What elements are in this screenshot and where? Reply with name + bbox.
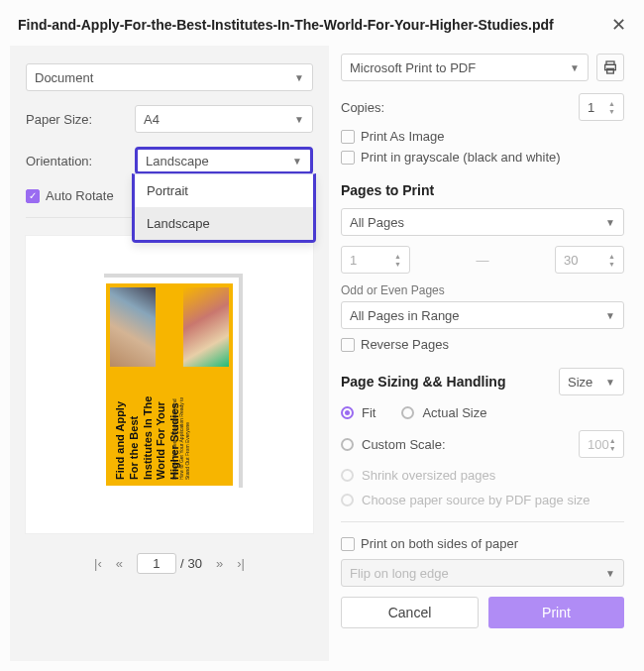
orientation-select[interactable]: Landscape ▼ [135, 147, 313, 174]
reverse-pages-checkbox[interactable] [341, 338, 355, 352]
odd-even-value: All Pages in Range [350, 308, 460, 323]
last-page-icon[interactable]: ›| [237, 556, 245, 571]
orientation-label: Orientation: [26, 154, 135, 168]
next-page-icon[interactable]: » [216, 556, 223, 571]
fit-label: Fit [362, 405, 376, 420]
paper-size-select[interactable]: A4 ▼ [135, 105, 313, 133]
close-icon[interactable]: ✕ [611, 14, 626, 36]
custom-scale-input[interactable]: 100 ▲▼ [579, 430, 624, 458]
page-sep: / [180, 556, 184, 571]
range-to-input[interactable]: 30 ▲▼ [555, 246, 624, 274]
odd-even-select[interactable]: All Pages in Range ▼ [341, 301, 624, 329]
page-range-select[interactable]: All Pages ▼ [341, 208, 624, 236]
page-range-value: All Pages [350, 215, 404, 230]
current-page-input[interactable]: 1 [137, 553, 176, 574]
page-sizing-header: Page Sizing && Handling [341, 374, 505, 390]
cancel-button[interactable]: Cancel [341, 597, 479, 628]
doc-subtitle: Discover The Best Opportunities and How … [171, 394, 191, 480]
chevron-down-icon: ▼ [294, 72, 304, 83]
divider [341, 521, 624, 522]
chevron-down-icon: ▼ [294, 114, 304, 125]
chevron-down-icon: ▼ [292, 156, 302, 167]
printer-value: Microsoft Print to PDF [350, 60, 476, 75]
actual-size-radio[interactable] [401, 406, 414, 419]
settings-panel: Microsoft Print to PDF ▼ Copies: 1 ▲▼ Pr… [337, 46, 634, 661]
chevron-down-icon: ▼ [570, 62, 580, 73]
custom-scale-label: Custom Scale: [362, 437, 446, 452]
fit-radio[interactable] [341, 406, 354, 419]
range-from-input[interactable]: 1 ▲▼ [341, 246, 410, 274]
duplex-label: Print on both sides of paper [361, 536, 518, 551]
total-pages: 30 [188, 556, 202, 571]
orientation-dropdown: Portrait Landscape [132, 173, 316, 243]
grayscale-label: Print in grayscale (black and white) [361, 150, 561, 165]
auto-rotate-label: Auto Rotate [46, 188, 114, 203]
choose-source-label: Choose paper source by PDF page size [362, 493, 590, 507]
duplex-checkbox[interactable] [341, 537, 355, 551]
chevron-down-icon: ▼ [605, 377, 615, 388]
prev-page-icon[interactable]: « [116, 556, 123, 571]
orientation-value: Landscape [146, 154, 209, 168]
reverse-pages-label: Reverse Pages [361, 337, 449, 352]
range-to-value: 30 [564, 253, 578, 268]
flip-select: Flip on long edge ▼ [341, 559, 624, 587]
chevron-down-icon: ▼ [605, 310, 615, 321]
print-button[interactable]: Print [488, 597, 624, 628]
sizing-mode-select[interactable]: Size ▼ [559, 368, 624, 395]
flip-value: Flip on long edge [350, 566, 449, 581]
window-title: Find-and-Apply-For-the-Best-Institutes-I… [18, 17, 611, 33]
first-page-icon[interactable]: |‹ [94, 556, 102, 571]
range-from-value: 1 [350, 253, 357, 268]
shrink-radio [341, 469, 354, 482]
spin-up-icon[interactable]: ▲ [608, 100, 615, 107]
copies-label: Copies: [341, 100, 384, 115]
pages-to-print-header: Pages to Print [341, 182, 624, 198]
copies-input[interactable]: 1 ▲▼ [579, 93, 624, 121]
grayscale-checkbox[interactable] [341, 151, 355, 165]
choose-source-radio [341, 494, 354, 506]
range-dash: — [420, 253, 545, 268]
orientation-option-portrait[interactable]: Portrait [135, 174, 313, 207]
spin-down-icon[interactable]: ▼ [608, 108, 615, 115]
orientation-option-landscape[interactable]: Landscape [135, 207, 313, 240]
print-mode-select[interactable]: Document ▼ [26, 63, 313, 91]
actual-size-label: Actual Size [422, 405, 486, 420]
print-as-image-label: Print As Image [361, 129, 445, 144]
shrink-label: Shrink oversized pages [362, 468, 495, 483]
printer-select[interactable]: Microsoft Print to PDF ▼ [341, 54, 589, 81]
chevron-down-icon: ▼ [605, 568, 615, 579]
print-dialog: Find-and-Apply-For-the-Best-Institutes-I… [0, 0, 644, 671]
titlebar: Find-and-Apply-For-the-Best-Institutes-I… [0, 0, 644, 46]
printer-properties-icon[interactable] [596, 54, 624, 81]
custom-scale-radio[interactable] [341, 438, 354, 451]
auto-rotate-checkbox[interactable]: ✓ [26, 189, 40, 203]
copies-value: 1 [588, 100, 594, 115]
print-mode-value: Document [35, 70, 93, 85]
paper-size-label: Paper Size: [26, 112, 135, 127]
odd-even-label: Odd or Even Pages [341, 283, 624, 297]
preview-pager: |‹ « 1 / 30 » ›| [26, 553, 313, 574]
page-preview: Find and Apply For the Best Institutes I… [26, 236, 313, 533]
print-as-image-checkbox[interactable] [341, 130, 355, 144]
sizing-mode-value: Size [568, 375, 592, 390]
custom-scale-value: 100 [588, 437, 609, 452]
paper-size-value: A4 [144, 112, 160, 127]
chevron-down-icon: ▼ [605, 217, 615, 228]
preview-panel: Document ▼ Paper Size: A4 ▼ Orientation:… [10, 46, 329, 661]
